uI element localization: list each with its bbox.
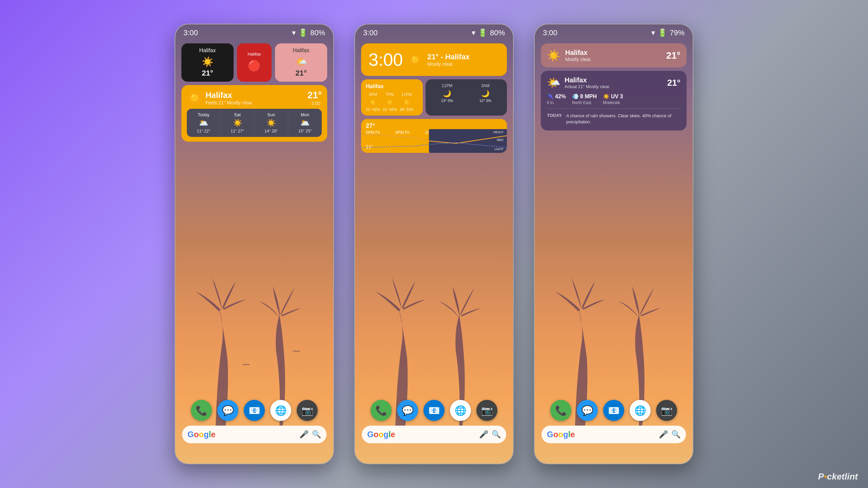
rain-temp-bottom-2: 11° bbox=[366, 144, 373, 149]
app-chrome-3[interactable]: 🌐 bbox=[630, 400, 651, 421]
app-phone-1[interactable]: 📞 bbox=[191, 400, 212, 421]
app-msg-2[interactable]: 💬 bbox=[397, 400, 418, 421]
dock-area-2: 📞 💬 📧 🌐 📷 Google 🎤 🔍 bbox=[355, 400, 513, 443]
app-phone-2[interactable]: 📞 bbox=[371, 400, 392, 421]
hourly-temps-11pm: 13° 0% bbox=[429, 99, 465, 103]
app-row-3: 📞 💬 📧 🌐 📷 bbox=[550, 400, 677, 421]
svg-text:HEAVY: HEAVY bbox=[493, 130, 504, 134]
uv-stat-icon: ☀️ bbox=[603, 93, 610, 100]
small-widget-red[interactable]: Halifax 🔴 bbox=[237, 43, 272, 82]
forecast-sun: Sun ☀️ 14° 28° bbox=[255, 109, 289, 137]
battery-icon-3: 🔋 bbox=[658, 28, 667, 37]
sw-dark-icon: ☀️ bbox=[202, 56, 214, 67]
detail-city-3: Halifax bbox=[565, 76, 610, 84]
forecast-mon-temps: 15° 25° bbox=[290, 129, 320, 134]
main-weather-desc-1: Feels 21° Mostly clear. bbox=[205, 100, 253, 105]
phone-2-screen: 3:00 ▾ 🔋 80% 3:00 ☀️ 21° - Halifax Mostl… bbox=[355, 24, 513, 464]
compact-icon-3: ☀️ bbox=[547, 49, 560, 62]
mic-icon-1[interactable]: 🎤 bbox=[299, 430, 309, 439]
detail-text-3: Halifax Actual 21° Mostly clear. bbox=[565, 76, 610, 89]
lens-icon-1[interactable]: 🔍 bbox=[312, 430, 321, 439]
app-msg-1[interactable]: 💬 bbox=[217, 400, 238, 421]
status-bar-2: 3:00 ▾ 🔋 80% bbox=[355, 24, 513, 40]
battery-icon-2: 🔋 bbox=[478, 28, 487, 37]
wind-stat-icon: 💨 bbox=[572, 93, 579, 100]
compact-widget-top-3[interactable]: ☀️ Halifax Mostly clear. 21° bbox=[541, 43, 687, 67]
battery-pct-1: 80% bbox=[310, 28, 325, 37]
pocketlint-watermark: P•cketlint bbox=[818, 471, 858, 482]
clock-weather-icon-2: ☀️ bbox=[408, 53, 422, 66]
widgets-area-2: 3:00 ☀️ 21° - Halifax Mostly clear. Hali… bbox=[355, 40, 513, 156]
time-3: 3:00 bbox=[543, 28, 557, 37]
forecast-sat-icon: ☀️ bbox=[223, 119, 252, 127]
hourly-left-2[interactable]: Halifax 3PM ☀️ 21° 42% 7PM ☀️ 21° 42% bbox=[361, 79, 423, 116]
svg-text:MED: MED bbox=[497, 138, 504, 142]
sw-dark-temp: 21° bbox=[202, 69, 213, 78]
small-widget-dark[interactable]: Halifax ☀️ 21° bbox=[181, 43, 234, 82]
forecast-mon: Mon 🌥️ 15° 25° bbox=[288, 109, 322, 137]
rain-graph-svg: HEAVY MED LIGHT bbox=[361, 129, 507, 153]
app-phone-3[interactable]: 📞 bbox=[550, 400, 571, 421]
wifi-icon-1: ▾ bbox=[292, 28, 296, 37]
search-bar-1[interactable]: Google 🎤 🔍 bbox=[182, 426, 327, 443]
detail-stat-uv: ☀️ UV 3 Moderate bbox=[603, 93, 623, 105]
time-1: 3:00 bbox=[183, 28, 198, 37]
app-cam-3[interactable]: 📷 bbox=[656, 400, 677, 421]
forecast-today: Today 🌥️ 11° 22° bbox=[187, 109, 221, 137]
hourly-time-3pm: 3PM bbox=[366, 92, 380, 97]
dock-area-1: 📞 💬 📧 🌐 📷 Google 🎤 🔍 bbox=[175, 400, 333, 443]
hourly-city-2: Halifax bbox=[366, 83, 418, 89]
small-widgets-row-1: Halifax ☀️ 21° Halifax 🔴 Halifax 🌤️ 21° bbox=[181, 43, 327, 82]
app-chrome-1[interactable]: 🌐 bbox=[270, 400, 291, 421]
battery-pct-3: 79% bbox=[670, 28, 685, 37]
sw-red-city: Halifax bbox=[248, 52, 261, 57]
app-outlook-2[interactable]: 📧 bbox=[423, 400, 445, 421]
small-widget-pink[interactable]: Halifax 🌤️ 21° bbox=[275, 43, 327, 82]
app-outlook-3[interactable]: 📧 bbox=[603, 400, 624, 421]
watermark-dot: • bbox=[824, 471, 827, 482]
google-logo-2: Google bbox=[367, 430, 395, 439]
clock-weather-desc-2: Mostly clear. bbox=[427, 61, 470, 67]
wind-stat-sub: North East bbox=[572, 100, 591, 105]
hourly-time-3am: 3AM bbox=[467, 83, 504, 88]
rain-widget-2[interactable]: 27° 5PM Fri 9PM Fri 1AM Sat 5AM Sat 9AM … bbox=[361, 119, 507, 153]
app-row-1: 📞 💬 📧 🌐 📷 bbox=[191, 400, 318, 421]
svg-text:LIGHT: LIGHT bbox=[494, 147, 504, 151]
status-bar-1: 3:00 ▾ 🔋 80% bbox=[175, 24, 333, 40]
search-bar-3[interactable]: Google 🎤 🔍 bbox=[541, 426, 686, 443]
hourly-time-7pm: 7PM bbox=[383, 92, 397, 97]
app-cam-1[interactable]: 📷 bbox=[297, 400, 318, 421]
wind-stat-val: 8 MPH bbox=[580, 94, 597, 100]
sw-pink-temp: 21° bbox=[295, 69, 307, 78]
sw-dark-city: Halifax bbox=[199, 47, 216, 54]
lens-icon-2[interactable]: 🔍 bbox=[492, 430, 501, 439]
wifi-icon-2: ▾ bbox=[472, 28, 475, 37]
app-outlook-1[interactable]: 📧 bbox=[244, 400, 265, 421]
hourly-icon-7pm: ☀️ bbox=[383, 98, 397, 106]
google-logo-1: Google bbox=[188, 430, 216, 439]
mic-icon-3[interactable]: 🎤 bbox=[659, 430, 668, 439]
sw-red-icon: 🔴 bbox=[248, 59, 261, 72]
detail-icon-3: 🌤️ bbox=[547, 76, 560, 89]
detail-stats-3: 🌂 42% 0 in. 💨 8 MPH North East bbox=[547, 93, 680, 109]
hourly-right-2[interactable]: 11PM 🌙 13° 0% 3AM 🌙 12° 0% bbox=[426, 79, 507, 116]
hourly-temps-3pm: 21° 42% bbox=[366, 107, 380, 111]
app-chrome-2[interactable]: 🌐 bbox=[450, 400, 471, 421]
hourly-icon-3pm: ☀️ bbox=[366, 98, 380, 106]
forecast-sun-temps: 14° 28° bbox=[257, 129, 286, 134]
detail-stat-rain: 🌂 42% 0 in. bbox=[547, 93, 566, 105]
detail-widget-3[interactable]: 🌤️ Halifax Actual 21° Mostly clear. 21° … bbox=[541, 71, 687, 130]
lens-icon-3[interactable]: 🔍 bbox=[671, 430, 680, 439]
dock-area-3: 📞 💬 📧 🌐 📷 Google 🎤 🔍 bbox=[535, 400, 693, 443]
app-cam-2[interactable]: 📷 bbox=[476, 400, 497, 421]
clock-weather-info-2: 21° - Halifax Mostly clear. bbox=[427, 53, 470, 67]
mic-icon-2[interactable]: 🎤 bbox=[479, 430, 488, 439]
phone-2: 3:00 ▾ 🔋 80% 3:00 ☀️ 21° - Halifax Mostl… bbox=[354, 24, 514, 464]
rain-stat-val: 42% bbox=[555, 94, 566, 100]
forecast-mon-icon: 🌥️ bbox=[290, 119, 320, 127]
app-row-2: 📞 💬 📧 🌐 📷 bbox=[371, 400, 497, 421]
app-msg-3[interactable]: 💬 bbox=[577, 400, 598, 421]
main-weather-widget-1[interactable]: ☀️ Halifax Feels 21° Mostly clear. 21° 3… bbox=[181, 85, 327, 142]
search-bar-2[interactable]: Google 🎤 🔍 bbox=[362, 426, 506, 443]
clock-widget-2[interactable]: 3:00 ☀️ 21° - Halifax Mostly clear. bbox=[361, 43, 507, 76]
